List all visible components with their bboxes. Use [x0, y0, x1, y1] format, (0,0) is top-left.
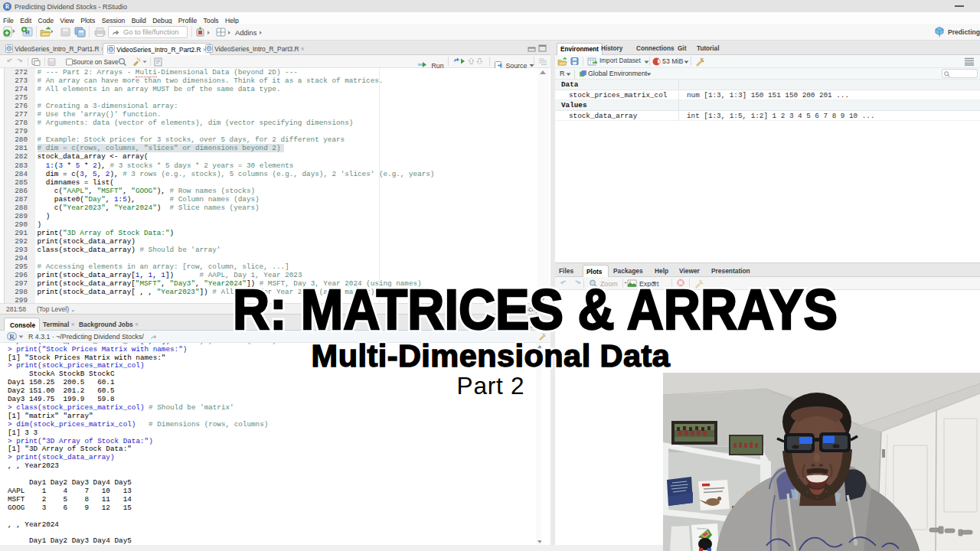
svg-text:R: R — [207, 47, 211, 51]
svg-text:Predicting Div: Predicting Div — [948, 28, 980, 36]
svg-text:Addins: Addins — [235, 29, 257, 37]
svg-text:Gnome: Gnome — [697, 527, 707, 530]
svg-text:Zoom: Zoom — [600, 280, 618, 288]
svg-text:R: R — [9, 333, 15, 341]
svg-text:R: R — [5, 3, 10, 10]
svg-text:Export: Export — [639, 280, 659, 288]
svg-text:R: R — [109, 47, 113, 52]
svg-text:R: R — [8, 47, 11, 51]
